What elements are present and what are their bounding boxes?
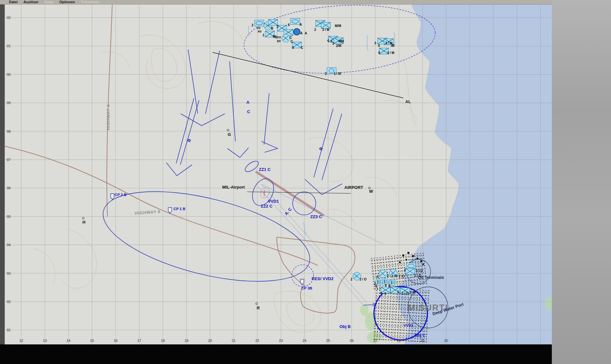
waypoint-marker[interactable] [256,303,258,305]
map-unit-symbol[interactable] [389,279,396,286]
menu-item-datei[interactable]: Datei [9,0,18,4]
map-label: CP 1 B [174,207,186,211]
map-label: 6 [288,23,290,27]
map-unit-symbol[interactable] [282,34,290,42]
map-label: B [186,138,192,143]
map-unit-symbol[interactable] [379,48,389,54]
x-axis-label: 14 [67,339,70,342]
map-label: 2 [351,278,352,281]
map-unit-symbol[interactable] [389,269,397,277]
map-label: H [82,220,85,225]
waypoint-marker[interactable] [227,129,229,131]
x-axis-label: 21 [232,339,235,342]
x-axis-label: 12 [19,339,23,342]
y-axis-label: 96 [7,186,11,190]
y-axis-label: 98 [7,129,11,133]
y-axis-label: 95 [7,215,11,218]
map-unit-symbol[interactable] [265,31,275,37]
map-label: W [369,189,373,194]
map-unit-symbol[interactable] [292,42,302,48]
x-axis-label: 16 [114,339,117,342]
map-label: G [228,132,231,137]
map-label: HIGHWAY 6 [134,209,160,216]
y-axis-label: 97 [7,158,11,162]
map-terrain-layer [5,4,552,344]
x-axis-label: 24 [303,339,306,342]
map-label: xo [277,39,281,43]
map-unit-symbol[interactable] [381,287,390,293]
map-overlay-layer [5,4,552,344]
map-label: AIRPORT [344,185,363,190]
x-axis-label: 13 [43,339,47,342]
map-label: A [300,31,302,35]
map-label: xo [258,30,261,33]
map-label: co [257,26,260,30]
y-axis-label: 02 [7,16,11,20]
map-unit-symbol[interactable] [390,287,400,293]
menu-item-teilnehmer: Teilnehmer [81,0,99,4]
map-label: AL [405,99,411,104]
map-label: R [257,306,260,310]
map-label: 2 [314,28,316,31]
map-unit-symbol[interactable] [293,28,300,35]
urban-blocks [373,287,430,343]
y-axis-label: 93 [7,271,11,275]
y-axis-label: 01 [7,44,11,48]
map-label: Obj B [340,324,351,329]
map-label: VVD1 [268,199,279,204]
map-label: 2 [251,23,253,27]
map-unit-symbol[interactable] [254,20,264,26]
map-label: M/M [335,24,341,28]
map-unit-symbol[interactable] [321,22,331,29]
x-axis-label: 20 [208,339,212,342]
y-axis-label: 91 [7,328,11,332]
waypoint-marker[interactable] [82,217,85,219]
x-axis-label: 17 [137,339,141,342]
map-label: 4 [378,44,380,48]
map-label: Deep Water Port [432,302,464,316]
map-unit-symbol[interactable] [400,288,410,294]
map-label: CP 2 B [115,193,127,197]
y-axis-label: 92 [7,300,11,304]
map-label: 3 [374,41,376,45]
y-axis-label: 00 [7,73,11,76]
map-label: RES/ VVD2 [312,276,333,281]
map-label: B [318,146,324,151]
map-unit-symbol[interactable] [382,278,389,285]
map-unit-symbol[interactable] [334,38,343,44]
map-unit-symbol[interactable] [405,268,415,275]
x-axis-label: 25 [326,339,330,342]
map-label: Bco [275,35,281,39]
x-axis-label: 22 [255,339,259,342]
map-label: HIGHWAY 4 [106,104,111,130]
map-label: 2 [325,72,327,75]
x-axis-label: 26 [350,339,353,342]
x-axis-label: 15 [90,339,94,342]
map-unit-symbol[interactable] [376,279,383,286]
menu-item-zeige: Zeige [44,0,54,4]
map-canvas[interactable]: 1213141516171819202122232425262728293002… [5,4,552,344]
x-axis-label: 23 [279,339,283,342]
map-label: ZZ2 C [261,204,272,209]
map-unit-symbol[interactable] [379,270,387,278]
map-label: 1 [262,33,264,37]
map-unit-symbol[interactable] [384,39,394,45]
menu-item-auslöser[interactable]: Auslöser [23,0,39,4]
map-unit-symbol[interactable] [353,272,361,280]
map-label: ZZ1 C [259,167,270,172]
map-label: CP 3B [301,286,312,290]
map-label: A. C [284,207,293,216]
map-label: MIL-Airport [222,185,245,190]
app-window: DateiAuslöserZeigeOptionenTeilnehmer 121… [0,0,611,364]
x-axis-label: 19 [185,339,188,342]
map-left-edge [0,4,5,344]
map-unit-symbol[interactable] [268,19,278,26]
map-label: A [305,31,307,35]
y-axis-label: 94 [7,243,11,247]
y-axis-label: 99 [7,101,11,105]
map-unit-symbol[interactable] [290,18,300,25]
map-unit-symbol[interactable] [327,67,336,74]
waypoint-marker[interactable] [369,187,371,189]
menu-item-optionen[interactable]: Optionen [59,0,75,4]
map-label: 2/M [336,44,342,48]
